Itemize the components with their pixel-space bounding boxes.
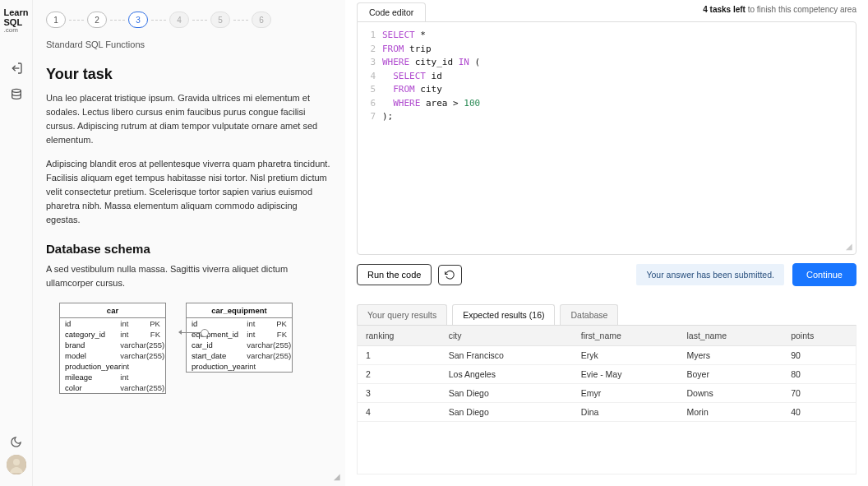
task-paragraph-1: Una leo placerat tristique ipsum. Gravid… [46, 91, 332, 147]
column-header: city [441, 326, 573, 346]
schema-diagram: caridintPKcategory_idintFKbrandvarchar(2… [59, 303, 332, 394]
exit-icon[interactable] [10, 62, 23, 75]
entity-column: modelvarchar(255) [60, 350, 165, 361]
column-header: first_name [573, 326, 679, 346]
table-row: 4San DiegoDinaMorin40 [358, 403, 856, 422]
task-heading: Your task [46, 66, 332, 83]
schema-intro: A sed vestibulum nulla massa. Sagittis v… [46, 262, 332, 290]
column-header: ranking [358, 326, 441, 346]
step-6[interactable]: 6 [252, 12, 271, 28]
refresh-icon [445, 270, 455, 280]
relation-line [181, 332, 204, 333]
entity-title: car_equipment [187, 303, 292, 318]
submit-notice: Your answer has been submitted. [636, 264, 783, 285]
entity-column: production_yearint [187, 361, 292, 372]
step-5[interactable]: 5 [210, 12, 230, 28]
tasks-left-label: 4 tasks left to finish this competency a… [703, 5, 856, 14]
progress-steps: 123456 [46, 12, 332, 28]
entity-column: idintPK [187, 318, 292, 329]
resize-handle-icon[interactable]: ◢ [846, 242, 852, 251]
database-icon[interactable] [10, 88, 23, 101]
editor-topbar: Code editor 4 tasks left to finish this … [345, 0, 868, 21]
continue-button[interactable]: Continue [792, 263, 856, 286]
instructions-panel: 123456 Standard SQL Functions Your task … [33, 0, 345, 486]
brand-line2: SQL [4, 17, 23, 27]
results-table: rankingcityfirst_namelast_namepoints 1Sa… [358, 326, 856, 422]
entity-column: start_datevarchar(255) [187, 350, 292, 361]
tasks-left-rest: to finish this competency area [746, 5, 856, 14]
entity-column: brandvarchar(255) [60, 340, 165, 350]
results-tab[interactable]: Expected results (16) [452, 304, 555, 325]
entity-column: mileageint [60, 372, 165, 382]
tasks-left-count: 4 tasks left [703, 5, 746, 14]
entity-column: category_idintFK [60, 329, 165, 340]
tab-code-editor[interactable]: Code editor [357, 2, 426, 21]
task-paragraph-2: Adipiscing blandit eros at pellentesque … [46, 157, 332, 227]
results-tabs: Your query resultsExpected results (16)D… [357, 304, 856, 325]
course-subtitle: Standard SQL Functions [46, 39, 332, 49]
resize-handle-icon[interactable]: ◢ [334, 472, 340, 481]
step-2[interactable]: 2 [87, 12, 107, 28]
avatar[interactable] [7, 455, 26, 474]
entity-column: production_yearint [60, 361, 165, 372]
workspace-panel: Code editor 4 tasks left to finish this … [345, 0, 868, 486]
svg-point-1 [12, 90, 21, 93]
entity-title: car [60, 303, 165, 318]
nav-rail: Learn SQL .com [0, 0, 33, 486]
table-row: 1San FranciscoErykMyers90 [358, 346, 856, 365]
entity-column: idintPK [60, 318, 165, 329]
code-editor[interactable]: 1234567 SELECT *FROM tripWHERE city_id I… [357, 21, 856, 255]
editor-actions: Run the code Your answer has been submit… [345, 255, 868, 294]
schema-heading: Database schema [46, 242, 332, 256]
table-header-row: rankingcityfirst_namelast_namepoints [358, 326, 856, 346]
results-tab[interactable]: Database [560, 304, 618, 325]
entity-column: colorvarchar(255) [60, 382, 165, 393]
theme-toggle-icon[interactable] [10, 436, 22, 448]
results-tab[interactable]: Your query results [357, 304, 447, 325]
results-body: rankingcityfirst_namelast_namepoints 1Sa… [357, 325, 856, 474]
column-header: points [783, 326, 856, 346]
reset-button[interactable] [438, 265, 462, 285]
code-source[interactable]: SELECT *FROM tripWHERE city_id IN ( SELE… [382, 29, 480, 248]
step-3[interactable]: 3 [128, 12, 148, 28]
line-gutter: 1234567 [358, 29, 382, 248]
step-1[interactable]: 1 [46, 12, 66, 28]
svg-point-3 [13, 459, 20, 465]
table-row: 2Los AngelesEvie - MayBoyer80 [358, 365, 856, 384]
entity-car: caridintPKcategory_idintFKbrandvarchar(2… [59, 303, 166, 394]
table-row: 3San DiegoEmyrDowns70 [358, 384, 856, 403]
run-code-button[interactable]: Run the code [357, 264, 432, 285]
step-4[interactable]: 4 [169, 12, 189, 28]
column-header: last_name [679, 326, 783, 346]
brand-sub: .com [4, 27, 29, 34]
entity-car_equipment: car_equipmentidintPKequipment_idintFKcar… [186, 303, 293, 373]
brand-line1: Learn [4, 7, 29, 17]
brand-logo[interactable]: Learn SQL .com [4, 8, 29, 34]
entity-column: car_idvarchar(255) [187, 340, 292, 350]
